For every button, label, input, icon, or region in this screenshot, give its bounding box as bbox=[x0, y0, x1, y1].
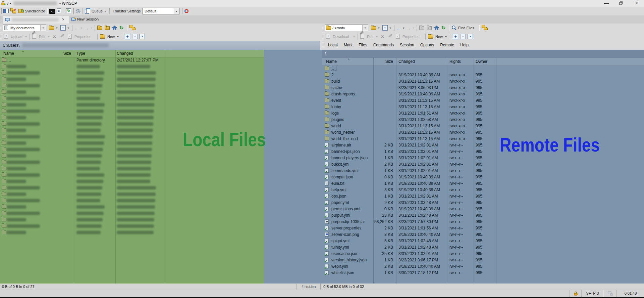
remote-col-changed[interactable]: Changed bbox=[398, 59, 415, 64]
table-row[interactable]: usercache.json25 KB3/31/2021 1:02:01 AMr… bbox=[322, 251, 644, 257]
download-button[interactable]: Download bbox=[333, 35, 349, 39]
delete-icon[interactable]: × bbox=[53, 34, 56, 39]
parent-directory-icon[interactable]: ↑ bbox=[97, 26, 103, 30]
table-row-redacted[interactable] bbox=[0, 121, 264, 127]
open-directory-icon[interactable] bbox=[49, 26, 54, 30]
table-row[interactable]: compat.json0 KB3/19/2021 10:40:39 AMrw-r… bbox=[322, 174, 644, 180]
table-row[interactable]: paper.yml9 KB3/31/2021 1:02:48 AMrw-r--r… bbox=[322, 200, 644, 206]
table-row[interactable]: whitelist.json1 KB3/30/2021 7:18:12 PMrw… bbox=[322, 270, 644, 276]
root-directory-icon[interactable]: / bbox=[427, 26, 432, 30]
home-directory-icon[interactable] bbox=[112, 26, 117, 31]
table-row-redacted[interactable] bbox=[0, 76, 264, 83]
table-row-redacted[interactable] bbox=[0, 210, 264, 217]
queue-button[interactable]: Queue bbox=[92, 9, 103, 13]
synchronize-button[interactable]: Synchronize bbox=[25, 9, 45, 13]
open-console-icon[interactable]: ›_ bbox=[49, 9, 55, 14]
edit-dropdown[interactable]: ▼ bbox=[376, 36, 378, 38]
menu-commands[interactable]: Commands bbox=[370, 41, 397, 49]
unselect-minus-icon[interactable]: − bbox=[460, 34, 466, 39]
table-row[interactable]: build3/31/2021 11:13:15 AMrwxr-xr-x995 bbox=[322, 78, 644, 85]
properties-button[interactable]: Properties bbox=[402, 35, 419, 39]
filter-dropdown[interactable]: ▼ bbox=[67, 27, 69, 29]
table-row[interactable]: cache3/23/2021 8:06:03 PMrwxr-xr-x995 bbox=[322, 85, 644, 91]
back-dropdown[interactable]: ▼ bbox=[80, 27, 83, 29]
menu-help[interactable]: Help bbox=[457, 41, 472, 49]
table-row[interactable]: wepif.yml2 KB3/19/2021 10:40:40 AMrw-r--… bbox=[322, 263, 644, 270]
table-row[interactable]: version_history.json1 KB3/23/2021 8:06:1… bbox=[322, 257, 644, 263]
local-drive-combo[interactable]: My documents ▼ bbox=[3, 25, 46, 31]
table-row-redacted[interactable] bbox=[0, 102, 264, 108]
remote-col-size[interactable]: Size bbox=[369, 59, 393, 64]
secure-lock-segment[interactable] bbox=[570, 290, 582, 297]
toolbar-grip[interactable] bbox=[417, 25, 417, 31]
table-row[interactable]: plugins3/31/2021 1:02:58 AMrwxr-xr-x995 bbox=[322, 117, 644, 123]
filter-icon[interactable]: ▽ bbox=[60, 25, 66, 31]
filter-dropdown[interactable]: ▼ bbox=[389, 27, 391, 29]
new-dropdown[interactable]: ▼ bbox=[445, 36, 447, 38]
table-row-redacted[interactable] bbox=[0, 83, 264, 89]
table-row-redacted[interactable] bbox=[0, 198, 264, 204]
upload-dropdown[interactable]: ▼ bbox=[25, 36, 27, 38]
table-row[interactable]: ops.json1 KB3/31/2021 1:02:01 AMrw-r--r-… bbox=[322, 193, 644, 200]
table-row-redacted[interactable] bbox=[0, 229, 264, 236]
table-row-redacted[interactable] bbox=[0, 172, 264, 178]
queue-dropdown-arrow[interactable]: ▼ bbox=[105, 10, 107, 12]
back-dropdown[interactable]: ▼ bbox=[402, 27, 405, 29]
properties-button[interactable]: Properties bbox=[74, 35, 91, 39]
table-row[interactable]: purpurclip-1035.jar53,252 KB3/23/2021 7:… bbox=[322, 219, 644, 225]
local-parent-row[interactable]: ↑ .. Parent directory 2/27/2021 12:27:07… bbox=[0, 57, 264, 63]
toolbar-grip[interactable] bbox=[95, 25, 95, 31]
download-dropdown[interactable]: ▼ bbox=[353, 36, 355, 38]
close-button[interactable]: × bbox=[629, 0, 644, 6]
table-row-redacted[interactable] bbox=[0, 89, 264, 95]
open-directory-icon[interactable] bbox=[371, 26, 376, 30]
remote-col-rights[interactable]: Rights bbox=[449, 59, 461, 64]
track-folder-icon[interactable] bbox=[482, 26, 488, 31]
table-row-redacted[interactable] bbox=[0, 108, 264, 115]
preferences-gear-icon[interactable] bbox=[75, 8, 81, 15]
table-row[interactable]: help.yml3 KB3/19/2021 10:40:39 AMrw-r--r… bbox=[322, 187, 644, 193]
table-row[interactable]: bukkit.yml2 KB3/31/2021 1:02:01 AMrw-r--… bbox=[322, 161, 644, 168]
local-col-name[interactable]: Name bbox=[3, 51, 14, 56]
unselect-minus-icon[interactable]: − bbox=[132, 34, 138, 39]
table-row[interactable]: world3/31/2021 11:13:15 AMrwxr-xr-x995 bbox=[322, 123, 644, 129]
back-icon[interactable]: ← bbox=[74, 26, 79, 31]
delete-icon[interactable]: × bbox=[381, 34, 384, 39]
parent-directory-icon[interactable]: ↑ bbox=[419, 26, 425, 30]
upload-button[interactable]: Upload bbox=[11, 35, 22, 39]
session-tab-active[interactable]: × bbox=[3, 16, 69, 24]
menu-session[interactable]: Session bbox=[397, 41, 417, 49]
remote-dir-combo[interactable]: / <root> ▼ bbox=[325, 25, 368, 31]
toolbar-grip[interactable] bbox=[449, 34, 450, 39]
protocol-segment[interactable]: SFTP-3 bbox=[581, 290, 603, 297]
selection-filter-icon[interactable]: ▼ bbox=[468, 34, 473, 39]
back-icon[interactable]: ← bbox=[396, 26, 401, 31]
remote-col-owner[interactable]: Owner bbox=[476, 59, 487, 64]
refresh-icon[interactable]: ↻ bbox=[119, 25, 124, 30]
table-row[interactable]: purpur.yml23 KB3/31/2021 1:02:48 AMrw-r-… bbox=[322, 212, 644, 219]
new-session-tab[interactable]: New Session bbox=[70, 16, 103, 24]
menu-remote[interactable]: Remote bbox=[437, 41, 457, 49]
toolbar-grip[interactable] bbox=[1, 34, 1, 39]
commander-layout-icon[interactable] bbox=[3, 9, 9, 13]
table-row-redacted[interactable] bbox=[0, 185, 264, 191]
forward-icon[interactable]: → bbox=[85, 26, 89, 31]
open-directory-dropdown[interactable]: ▼ bbox=[56, 27, 58, 29]
filter-icon[interactable]: ▽ bbox=[382, 25, 388, 31]
tab-close-icon[interactable]: × bbox=[62, 17, 64, 22]
track-folder-icon[interactable] bbox=[129, 26, 136, 31]
toolbar-grip[interactable] bbox=[72, 25, 72, 31]
table-row[interactable]: tuinity.yml2 KB3/31/2021 1:02:48 AMrw-r-… bbox=[322, 244, 644, 251]
toolbar-grip[interactable] bbox=[1, 8, 2, 14]
forward-icon[interactable]: → bbox=[407, 26, 411, 31]
menu-options[interactable]: Options bbox=[417, 41, 437, 49]
table-row-redacted[interactable] bbox=[0, 159, 264, 166]
toolbar-grip[interactable] bbox=[394, 25, 394, 31]
toolbar-grip[interactable] bbox=[121, 34, 122, 39]
edit-dropdown[interactable]: ▼ bbox=[48, 36, 50, 38]
edit-button[interactable]: Edit bbox=[367, 35, 373, 39]
table-row-redacted[interactable] bbox=[0, 223, 264, 229]
edit-button[interactable]: Edit bbox=[39, 35, 45, 39]
table-row[interactable]: commands.yml1 KB3/31/2021 1:02:01 AMrw-r… bbox=[322, 168, 644, 174]
table-row-redacted[interactable] bbox=[0, 63, 264, 70]
